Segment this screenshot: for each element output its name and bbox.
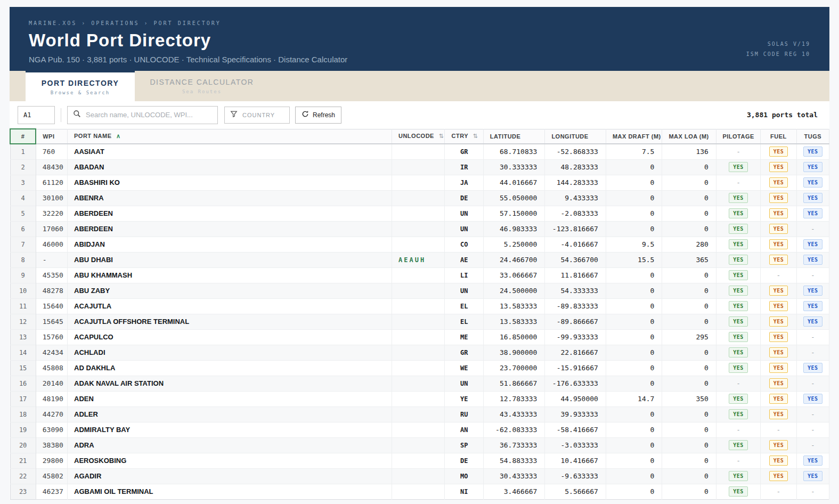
fuel-cell: YES (761, 144, 796, 159)
fuel-cell: YES (761, 360, 796, 376)
pilotage-yes-badge: YES (729, 255, 748, 265)
max-loa-cell: 0 (662, 221, 716, 237)
table-row[interactable]: 1748190ADENYE12.78333344.95000014.7350YE… (10, 391, 829, 407)
tab-port-directory[interactable]: PORT DIRECTORY Browse & Search (26, 71, 135, 101)
col-header-port-name[interactable]: PORT NAME ∧ (68, 129, 392, 144)
longitude-cell: -52.868333 (545, 144, 606, 159)
tugs-cell: YES (796, 360, 829, 376)
pilotage-yes-badge: YES (729, 301, 748, 311)
col-header-max-loa[interactable]: MAX LOA (M) (662, 129, 716, 144)
port-name-cell: ABASHIRI KO (68, 175, 392, 190)
col-header-pilotage[interactable]: PILOTAGE (716, 129, 760, 144)
col-header-tugs[interactable]: TUGS (796, 129, 829, 144)
fuel-cell: YES (761, 175, 796, 190)
latitude-cell: 51.866667 (483, 376, 545, 391)
country-cell: ME (445, 329, 483, 345)
max-draft-cell: 0 (606, 221, 662, 237)
tugs-cell: YES (796, 283, 829, 298)
table-row[interactable]: 8-ABU DHABIAEAUHAE24.46670054.36670015.5… (10, 252, 829, 267)
no-value-dash: - (811, 411, 814, 418)
pilotage-cell: - (716, 144, 760, 159)
table-row[interactable]: 1048278ABU ZABYUN24.50000054.33333300YES… (10, 283, 829, 298)
max-loa-cell: 295 (662, 329, 716, 345)
table-row[interactable]: 1620140ADAK NAVAL AIR STATIONUN51.866667… (10, 376, 829, 391)
unlocode-cell: AEAUH (392, 252, 444, 267)
pilotage-yes-badge: YES (729, 347, 748, 357)
table-row[interactable]: 1760AASIAATGR68.710833-52.8683337.5136-Y… (10, 144, 829, 159)
col-header-latitude[interactable]: LATITUDE (483, 129, 545, 144)
row-number-cell: 4 (10, 190, 36, 206)
search-icon (73, 110, 81, 120)
port-name-cell: ABENRA (68, 190, 392, 206)
col-header-row-number[interactable]: # (10, 129, 36, 144)
col-header-max-draft[interactable]: MAX DRAFT (M) (606, 129, 662, 144)
table-row[interactable]: 1215645ACAJUTLA OFFSHORE TERMINALEL13.58… (10, 314, 829, 329)
unlocode-cell (392, 360, 444, 376)
table-row[interactable]: 2245802AGADIRMO30.433333-9.63333300YESYE… (10, 468, 829, 484)
pilotage-cell: YES (716, 345, 760, 360)
country-filter[interactable]: COUNTRY (224, 107, 290, 124)
tab-distance-calculator[interactable]: DISTANCE CALCULATOR Sea Routes (135, 71, 269, 101)
country-filter-label: COUNTRY (242, 112, 275, 118)
fuel-cell: YES (761, 329, 796, 345)
pilotage-yes-badge: YES (729, 486, 748, 497)
latitude-cell: 16.850000 (483, 329, 545, 345)
table-row[interactable]: 1442434ACHLADIGR38.90000022.81666700YESY… (10, 345, 829, 360)
table-row[interactable]: 1315760ACAPULCOME16.850000-99.9333330295… (10, 329, 829, 345)
no-value-dash: - (811, 442, 814, 449)
pilotage-cell: YES (716, 437, 760, 453)
pilotage-cell: YES (716, 237, 760, 252)
search-box[interactable] (67, 106, 218, 124)
country-cell: EL (445, 298, 483, 314)
table-row[interactable]: 532220ABERDEENUN57.150000-2.08333300YESY… (10, 206, 829, 221)
row-number-cell: 5 (10, 206, 36, 221)
table-row[interactable]: 430100ABENRADE55.0500009.43333300YESYESY… (10, 190, 829, 206)
fuel-yes-badge: YES (769, 301, 788, 311)
table-row[interactable]: 1963090ADMIRALTY BAYAN-62.083333-58.4166… (10, 422, 829, 437)
row-number-cell: 18 (10, 407, 36, 422)
table-row[interactable]: 1844270ADLERRU43.43333339.93333300YESYES… (10, 407, 829, 422)
latitude-cell: 38.900000 (483, 345, 545, 360)
longitude-cell: 44.950000 (545, 391, 606, 407)
table-row[interactable]: 2346237AGBAMI OIL TERMINALNI3.4666675.56… (10, 484, 829, 499)
table-row[interactable]: 1115640ACAJUTLAEL13.583333-89.83333300YE… (10, 298, 829, 314)
max-draft-cell: 9.5 (606, 237, 662, 252)
fuel-cell: YES (761, 190, 796, 206)
table-row[interactable]: 248430ABADANIR30.33333348.28333300YESYES… (10, 159, 829, 175)
wpi-cell: 63090 (36, 422, 67, 437)
table-row[interactable]: 617060ABERDEENUN46.983333-123.81666700YE… (10, 221, 829, 237)
col-header-longitude[interactable]: LONGITUDE (545, 129, 606, 144)
col-header-ctry[interactable]: CTRY ⇅ (445, 129, 483, 144)
row-number-cell: 17 (10, 391, 36, 407)
country-cell: IR (445, 159, 483, 175)
latitude-cell: 13.583333 (483, 314, 545, 329)
table-row[interactable]: 361120ABASHIRI KOJA44.016667144.28333300… (10, 175, 829, 190)
unlocode-cell (392, 144, 444, 159)
table-row[interactable]: 746000ABIDJANCO5.250000-4.0166679.5280YE… (10, 237, 829, 252)
no-value-dash: - (811, 349, 814, 356)
latitude-cell: 43.433333 (483, 407, 545, 422)
port-name-cell: AD DAKHLA (68, 360, 392, 376)
country-cell: UN (445, 283, 483, 298)
fuel-yes-badge: YES (769, 378, 788, 388)
table-row[interactable]: 945350ABU KHAMMASHLI33.06666711.81666700… (10, 267, 829, 283)
col-header-fuel[interactable]: FUEL (761, 129, 796, 144)
tugs-cell: - (796, 422, 829, 437)
latitude-cell: 23.700000 (483, 360, 545, 376)
table-row[interactable]: 2129800AEROSKOBINGDE54.88333310.41666700… (10, 453, 829, 468)
table-row[interactable]: 2038380ADRASP36.733333-3.03333300YESYES- (10, 437, 829, 453)
cell-reference-input[interactable] (18, 106, 55, 124)
search-input[interactable] (86, 111, 212, 119)
col-header-unlocode[interactable]: UNLOCODE ⇅ (392, 129, 444, 144)
country-cell: UN (445, 376, 483, 391)
fuel-cell: YES (761, 298, 796, 314)
no-value-dash: - (777, 426, 780, 434)
col-header-wpi[interactable]: WPI (36, 129, 67, 144)
port-name-cell: ABERDEEN (68, 221, 392, 237)
max-loa-cell: 0 (662, 422, 716, 437)
country-cell: DE (445, 190, 483, 206)
tugs-cell: - (796, 437, 829, 453)
table-row[interactable]: 1545808AD DAKHLAWE23.700000-15.91666700Y… (10, 360, 829, 376)
unlocode-cell (392, 298, 444, 314)
refresh-button[interactable]: Refresh (295, 107, 341, 124)
